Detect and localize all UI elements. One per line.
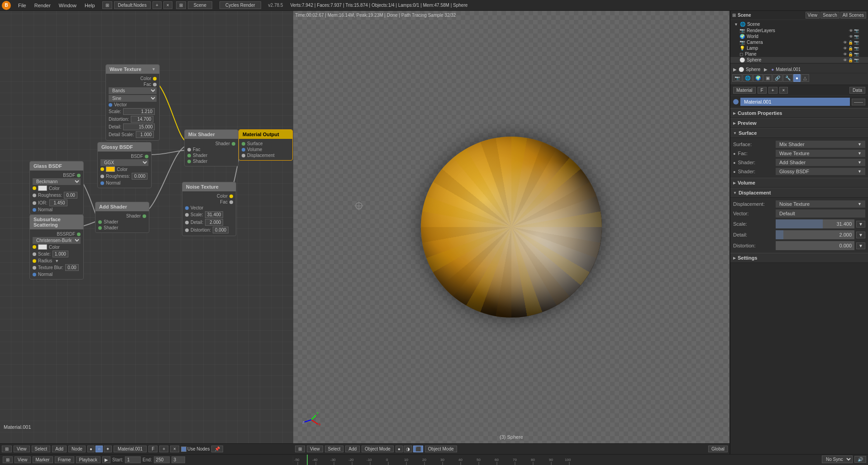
custom-props-section[interactable]: ▶ Custom Properties <box>730 108 868 118</box>
vp-render-mode[interactable]: ⬛ <box>413 446 423 452</box>
wave-profile-select[interactable]: Sine <box>109 95 157 102</box>
shader2-value-btn[interactable]: Glossy BSDF ▼ <box>776 168 865 175</box>
search-btn[interactable]: Search <box>820 12 839 19</box>
lamp-eye[interactable]: 👁 <box>843 46 847 51</box>
glossy-dist-select[interactable]: GGX <box>100 159 148 166</box>
rl-render[interactable]: 📷 <box>854 28 859 33</box>
menu-file[interactable]: File <box>14 2 30 9</box>
noise-distortion-input[interactable] <box>213 227 229 233</box>
ne-view-btn[interactable]: View <box>14 446 30 452</box>
noise-texture-node[interactable]: Noise Texture Color Fac Vector <box>182 182 236 236</box>
tab-material-icon[interactable]: ● <box>793 74 801 82</box>
fac-value-btn[interactable]: Wave Texture ▼ <box>776 150 865 157</box>
wave-type-select[interactable]: Bands <box>109 87 157 94</box>
tab-data-icon[interactable]: △ <box>801 74 809 82</box>
vp-object-mode-btn[interactable]: Object Mode <box>425 446 457 452</box>
world-render[interactable]: 📷 <box>854 34 859 39</box>
vp-view-btn[interactable]: View <box>307 446 323 452</box>
sub-color-swatch[interactable] <box>38 244 47 250</box>
viewport[interactable]: Time:00:02.67 | Mem:16.14M, Peak:19.23M … <box>293 11 730 443</box>
sync-select[interactable]: No Sync <box>822 456 853 463</box>
volume-section-header[interactable]: ▶ Volume <box>730 178 868 188</box>
sphere-restrict[interactable]: 🔒 <box>848 58 853 62</box>
subsurface-node[interactable]: Subsurface Scattering BSSRDF Christensen… <box>29 214 84 280</box>
tab-render-icon[interactable]: 📷 <box>732 74 742 82</box>
noise-scale-input[interactable] <box>205 211 223 218</box>
displacement-section-header[interactable]: ▼ Displacement <box>730 188 868 198</box>
start-frame-input[interactable]: 1 <box>125 456 141 463</box>
disp-detail-expand[interactable]: ▼ <box>856 232 865 238</box>
mat-tab-x[interactable]: × <box>779 87 788 94</box>
wave-scale-input[interactable] <box>123 108 155 115</box>
node-editor[interactable]: Wave Texture ▼ Color Fac Bands <box>0 11 293 443</box>
outliner-sphere[interactable]: ⚪ Sphere 👁 🔒 📷 <box>730 57 868 63</box>
lamp-render[interactable]: 📷 <box>854 46 859 51</box>
ne-select-btn[interactable]: Select <box>32 446 51 452</box>
subsurface-dist-select[interactable]: Christensen-Burley <box>33 237 81 244</box>
glass-roughness-input[interactable] <box>64 192 77 199</box>
outliner-renderlayers[interactable]: 📷 RenderLayers 👁 📷 <box>730 28 868 33</box>
rl-eye[interactable]: 👁 <box>849 28 853 33</box>
outliner-camera[interactable]: 📷 Camera 👁 🔒 📷 <box>730 39 868 45</box>
vp-object-btn[interactable]: Object Mode <box>362 446 394 452</box>
preview-section[interactable]: ▶ Preview <box>730 118 868 128</box>
current-frame-input[interactable]: 3 <box>172 456 185 463</box>
sub-scale-input[interactable] <box>52 251 68 257</box>
disp-value-btn[interactable]: Noise Texture ▼ <box>776 200 865 208</box>
menu-help[interactable]: Help <box>81 2 99 9</box>
timeline-play-icon[interactable]: ▶ <box>102 456 110 463</box>
ne-plus-btn[interactable]: + <box>159 446 168 452</box>
end-frame-input[interactable]: 250 <box>154 456 170 463</box>
use-nodes-cb[interactable] <box>181 446 186 452</box>
tab-constraints-icon[interactable]: 🔗 <box>773 74 782 82</box>
outliner-world[interactable]: 🌍 World 👁 📷 <box>730 33 868 39</box>
plane-restrict[interactable]: 🔒 <box>848 52 853 57</box>
vp-global-btn[interactable]: Global <box>708 446 728 452</box>
glossy-roughness-input[interactable] <box>132 173 148 180</box>
glass-color-swatch[interactable] <box>38 185 47 191</box>
disp-detail-bar[interactable]: 2.000 <box>776 230 854 239</box>
camera-eye[interactable]: 👁 <box>843 40 847 45</box>
ne-f-btn[interactable]: F <box>148 446 157 452</box>
ne-pin-btn[interactable]: 📌 <box>211 446 223 452</box>
wave-detailscale-input[interactable] <box>136 131 154 138</box>
mix-shader-node[interactable]: Mix Shader Shader Fac Shader <box>184 129 238 166</box>
menu-render[interactable]: Render <box>31 2 54 9</box>
view-btn[interactable]: View <box>806 12 820 19</box>
surface-section-header[interactable]: ▼ Surface <box>730 128 868 138</box>
mat-tab-f[interactable]: F <box>758 87 767 94</box>
ne-x-btn[interactable]: × <box>170 446 179 452</box>
glass-bsdf-node[interactable]: Glass BSDF BSDF Beckmann Color <box>29 161 84 215</box>
lamp-restrict[interactable]: 🔒 <box>848 46 853 51</box>
tab-object-icon[interactable]: ▣ <box>763 74 772 82</box>
ne-add-btn[interactable]: Add <box>52 446 67 452</box>
context-sphere-name[interactable]: Sphere <box>746 67 760 72</box>
mat-tab-plus[interactable]: + <box>768 87 777 94</box>
camera-restrict[interactable]: 🔒 <box>848 40 853 45</box>
noise-detail-input[interactable] <box>205 219 223 226</box>
outliner-plane[interactable]: ◻ Plane 👁 🔒 📷 <box>730 51 868 57</box>
disp-scale-bar[interactable]: 31.400 <box>776 219 854 228</box>
add-shader-node[interactable]: Add Shader Shader Shader Shader <box>95 202 149 233</box>
editor-type-label[interactable]: Default:Nodes <box>114 1 151 9</box>
vp-shade-mode[interactable]: ◑ <box>404 446 412 452</box>
all-scenes-btn[interactable]: All Scenes <box>840 12 866 19</box>
sphere-render[interactable]: 📷 <box>854 58 859 62</box>
surface-value-btn[interactable]: Mix Shader ▼ <box>776 141 865 148</box>
camera-render[interactable]: 📷 <box>854 40 859 45</box>
vp-add-btn[interactable]: Add <box>345 446 360 452</box>
sub-texblur-input[interactable] <box>65 264 79 271</box>
sphere-eye[interactable]: 👁 <box>843 58 847 62</box>
tab-world-icon[interactable]: 🌍 <box>753 74 763 82</box>
wave-detail-input[interactable] <box>123 123 155 130</box>
glossy-bsdf-node[interactable]: Glossy BSDF BSDF GGX Color <box>97 142 152 188</box>
plane-eye[interactable]: 👁 <box>843 52 847 57</box>
shader1-value-btn[interactable]: Add Shader ▼ <box>776 159 865 166</box>
ne-node-btn[interactable]: Node <box>68 446 86 452</box>
timeline-view-btn[interactable]: View <box>14 456 31 463</box>
mat-tab-material[interactable]: Material <box>733 87 756 94</box>
menu-window[interactable]: Window <box>55 2 80 9</box>
timeline-marker-btn[interactable]: Marker <box>33 456 53 463</box>
mat-name-input[interactable] <box>740 98 850 106</box>
render-engine[interactable]: Cycles Render <box>219 1 261 9</box>
